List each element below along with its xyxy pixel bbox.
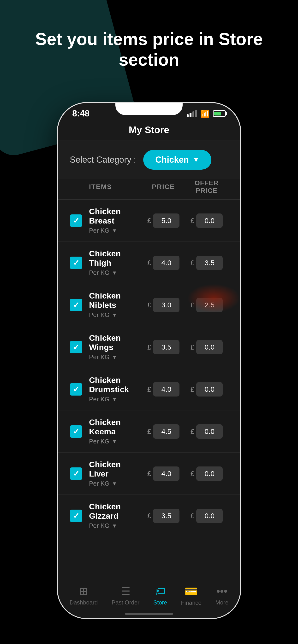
item-name: Chicken Thigh bbox=[89, 249, 142, 268]
scroll-content[interactable]: Select Category : Chicken ▼ ITEMS PRICE … bbox=[58, 140, 240, 618]
status-time: 8:48 bbox=[72, 108, 89, 118]
item-unit: Per KG ▼ bbox=[89, 311, 142, 319]
chevron-down-icon[interactable]: ▼ bbox=[112, 480, 117, 487]
offer-price-input[interactable] bbox=[196, 340, 223, 354]
item-checkbox[interactable]: ✓ bbox=[70, 425, 82, 438]
item-name: Chicken Wings bbox=[89, 333, 142, 352]
check-icon: ✓ bbox=[73, 469, 79, 478]
item-unit: Per KG ▼ bbox=[89, 396, 142, 403]
offer-price-input[interactable] bbox=[196, 214, 223, 228]
offer-price-column: £ bbox=[185, 214, 228, 228]
price-column: £ bbox=[142, 214, 185, 228]
price-column: £ bbox=[142, 509, 185, 523]
price-input[interactable] bbox=[153, 256, 180, 270]
pound-sign: £ bbox=[191, 259, 195, 267]
offer-price-column: £ bbox=[185, 424, 228, 439]
check-icon: ✓ bbox=[73, 300, 79, 310]
price-column: £ bbox=[142, 340, 185, 354]
table-row: ✓ Chicken Thigh Per KG ▼ £ £ bbox=[58, 242, 240, 284]
app-title: My Store bbox=[129, 124, 169, 135]
price-column: £ bbox=[142, 382, 185, 396]
chevron-down-icon[interactable]: ▼ bbox=[112, 523, 117, 529]
item-unit: Per KG ▼ bbox=[89, 480, 142, 487]
pound-sign: £ bbox=[147, 512, 152, 520]
item-checkbox[interactable]: ✓ bbox=[70, 341, 82, 354]
chevron-down-icon[interactable]: ▼ bbox=[112, 354, 117, 360]
tab-store[interactable]: 🏷 Store bbox=[153, 585, 167, 606]
tab-dashboard[interactable]: ⊞ Dashboard bbox=[70, 585, 98, 606]
pound-sign: £ bbox=[147, 470, 152, 478]
phone-notch bbox=[115, 103, 183, 115]
price-input[interactable] bbox=[153, 382, 180, 396]
item-checkbox[interactable]: ✓ bbox=[70, 214, 82, 227]
item-checkbox[interactable]: ✓ bbox=[70, 468, 82, 480]
pound-sign: £ bbox=[147, 428, 152, 436]
phone-mockup: 8:48 📶 My Store Selec bbox=[58, 103, 240, 618]
check-icon: ✓ bbox=[73, 427, 79, 436]
signal-icon bbox=[187, 110, 197, 117]
col-header-offer-price: OFFER PRICE bbox=[185, 179, 228, 194]
pound-sign: £ bbox=[191, 512, 195, 520]
offer-price-input[interactable] bbox=[196, 424, 223, 439]
product-list: ✓ Chicken Breast Per KG ▼ £ £ ✓ Chicken … bbox=[58, 200, 240, 537]
item-checkbox[interactable]: ✓ bbox=[70, 510, 82, 522]
item-info: Chicken Gizzard Per KG ▼ bbox=[89, 502, 142, 530]
finance-icon: 💳 bbox=[185, 585, 198, 598]
more-icon: ••• bbox=[216, 585, 227, 597]
pound-sign: £ bbox=[147, 385, 152, 394]
price-input[interactable] bbox=[153, 509, 180, 523]
chevron-down-icon[interactable]: ▼ bbox=[112, 228, 117, 234]
table-row: ✓ Chicken Drumstick Per KG ▼ £ £ bbox=[58, 368, 240, 410]
item-name: Chicken Niblets bbox=[89, 291, 142, 310]
item-unit: Per KG ▼ bbox=[89, 227, 142, 234]
item-checkbox[interactable]: ✓ bbox=[70, 299, 82, 311]
check-icon: ✓ bbox=[73, 342, 79, 352]
status-icons: 📶 bbox=[187, 110, 226, 118]
offer-price-input[interactable] bbox=[196, 256, 223, 270]
table-row: ✓ Chicken Keema Per KG ▼ £ £ bbox=[58, 410, 240, 452]
chevron-down-icon[interactable]: ▼ bbox=[112, 396, 117, 402]
tab-dashboard-label: Dashboard bbox=[70, 599, 98, 606]
item-checkbox[interactable]: ✓ bbox=[70, 383, 82, 396]
item-unit: Per KG ▼ bbox=[89, 438, 142, 445]
category-label: Select Category : bbox=[70, 155, 136, 165]
pound-sign: £ bbox=[191, 216, 195, 225]
item-info: Chicken Thigh Per KG ▼ bbox=[89, 249, 142, 276]
chevron-down-icon[interactable]: ▼ bbox=[112, 270, 117, 276]
price-column: £ bbox=[142, 424, 185, 439]
item-checkbox[interactable]: ✓ bbox=[70, 256, 82, 269]
item-name: Chicken Breast bbox=[89, 207, 142, 226]
tab-more[interactable]: ••• More bbox=[215, 585, 228, 606]
price-input[interactable] bbox=[153, 298, 180, 312]
category-dropdown[interactable]: Chicken ▼ bbox=[143, 150, 211, 170]
table-row: ✓ Chicken Breast Per KG ▼ £ £ bbox=[58, 200, 240, 242]
item-name: Chicken Drumstick bbox=[89, 376, 142, 394]
tab-bar: ⊞ Dashboard ☰ Past Order 🏷 Store 💳 Finan… bbox=[58, 580, 240, 618]
price-input[interactable] bbox=[153, 424, 180, 439]
price-input[interactable] bbox=[153, 214, 180, 228]
offer-price-input[interactable] bbox=[196, 466, 223, 481]
chevron-down-icon[interactable]: ▼ bbox=[112, 438, 117, 445]
offer-price-input[interactable] bbox=[196, 382, 223, 396]
item-info: Chicken Wings Per KG ▼ bbox=[89, 333, 142, 361]
offer-price-column: £ bbox=[185, 509, 228, 523]
pound-sign: £ bbox=[147, 259, 152, 267]
offer-price-input[interactable] bbox=[196, 509, 223, 523]
price-input[interactable] bbox=[153, 466, 180, 481]
pound-sign: £ bbox=[147, 301, 152, 309]
price-column: £ bbox=[142, 298, 185, 312]
offer-price-column: £ bbox=[185, 382, 228, 396]
col-header-price: PRICE bbox=[142, 183, 185, 191]
chevron-down-icon[interactable]: ▼ bbox=[112, 312, 117, 318]
table-row: ✓ Chicken Wings Per KG ▼ £ £ bbox=[58, 326, 240, 368]
tab-past-order[interactable]: ☰ Past Order bbox=[112, 585, 139, 606]
item-unit: Per KG ▼ bbox=[89, 269, 142, 276]
check-icon: ✓ bbox=[73, 216, 79, 225]
price-input[interactable] bbox=[153, 340, 180, 354]
item-name: Chicken Gizzard bbox=[89, 502, 142, 520]
pound-sign: £ bbox=[191, 470, 195, 478]
check-icon: ✓ bbox=[73, 385, 79, 394]
home-indicator bbox=[125, 613, 173, 615]
past-order-icon: ☰ bbox=[121, 585, 130, 597]
tab-finance[interactable]: 💳 Finance bbox=[181, 585, 201, 606]
